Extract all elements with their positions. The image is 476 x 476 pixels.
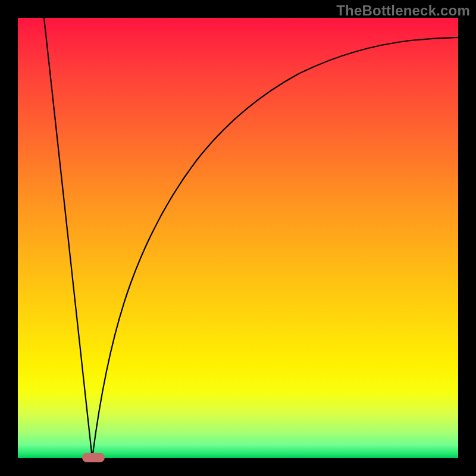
left-branch-curve xyxy=(44,18,92,458)
curve-layer xyxy=(18,18,458,458)
watermark-text: TheBottleneck.com xyxy=(336,2,470,19)
plot-area xyxy=(18,18,458,458)
right-branch-curve xyxy=(92,37,458,458)
chart-frame: TheBottleneck.com xyxy=(0,0,476,476)
optimum-marker xyxy=(82,453,105,462)
